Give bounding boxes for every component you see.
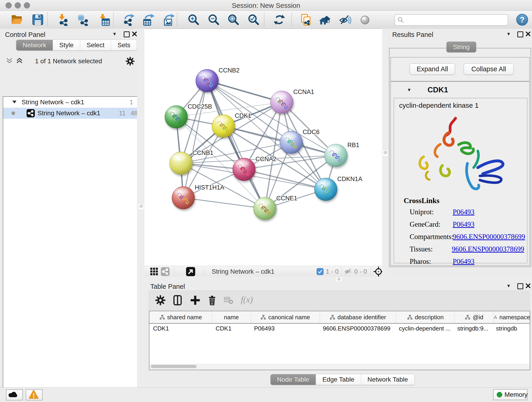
table-row[interactable]: CDK1CDK1P064939606.ENSP00000378699cyclin… [149,324,530,333]
table-panel-close-icon[interactable] [526,283,531,289]
table-cell[interactable]: stringdb:9... [454,324,492,333]
warning-icon [26,390,41,399]
network-node-CCNE1[interactable] [253,197,276,220]
birds-eye-view-button[interactable] [186,267,195,276]
show-columns-icon[interactable] [172,295,183,306]
table-cell[interactable]: cyclin-dependent ... [395,324,454,333]
network-node-CDKN1A[interactable] [314,178,337,201]
fit-content-button[interactable] [227,13,240,26]
cloud-button[interactable] [6,389,23,400]
column-header-database-identifier[interactable]: database identifier [320,311,396,323]
toolbar-separator [47,13,48,26]
open-folder-icon [11,13,23,26]
crosslink-value-link[interactable]: 9606.ENSP00000378699 [453,233,525,241]
network-node-CDK1[interactable] [212,115,235,138]
expand-all-button[interactable]: Expand All [410,64,455,75]
column-header--id[interactable]: @id [455,311,494,323]
zoom-selected-button[interactable] [247,13,260,26]
memory-button[interactable]: Memory [493,389,527,400]
control-panel-float-icon[interactable] [124,32,130,37]
search-input[interactable] [394,14,508,26]
copy-network-button[interactable] [300,13,312,26]
delete-icon[interactable] [207,295,218,306]
left-splitter-handle[interactable] [138,203,144,211]
right-splitter-handle[interactable] [382,149,388,157]
horizontal-splitter-handle[interactable] [335,277,343,282]
import-network-database-button[interactable] [77,13,89,26]
collapse-all-button[interactable]: Collapse All [464,64,514,75]
network-node-CDC25B[interactable] [165,105,188,128]
tab-node-table[interactable]: Node Table [271,374,316,385]
tree-expander-icon[interactable] [12,101,17,103]
open-session-button[interactable] [11,13,23,26]
table-cell[interactable]: CDK1 [149,324,212,333]
tab-select[interactable]: Select [80,40,111,51]
save-session-button[interactable] [32,13,44,26]
crosslink-value-link[interactable]: P06493 [453,220,475,229]
gear-icon[interactable] [155,295,166,306]
column-header-shared-name[interactable]: shared name [149,311,212,323]
table-cell[interactable]: P06493 [250,324,319,333]
network-node-CCNB1[interactable] [170,152,192,175]
tab-edge-table[interactable]: Edge Table [316,374,361,385]
help-button[interactable]: ? [516,13,528,26]
table-cell[interactable]: CDK1 [212,324,250,333]
results-panel-close-icon[interactable] [526,32,531,37]
control-panel-close-icon[interactable] [132,32,137,37]
expand-all-chevron-icon[interactable] [16,58,23,64]
network-node-HIST1H1A[interactable] [172,186,195,209]
network-row-selected[interactable]: String Network – cdk1 11 48 [3,108,137,119]
string-home-button[interactable] [319,13,332,26]
table-panel-collapse-icon[interactable]: ▼ [506,283,511,288]
string-hide-glass-button[interactable] [339,13,351,26]
zoom-in-button[interactable] [187,13,200,26]
network-node-CDC6[interactable] [280,131,303,154]
import-network-file-button[interactable] [57,13,69,26]
table-cell[interactable]: stringdb [492,324,529,333]
network-canvas[interactable]: CCNB2CCNA1CDC25BCDK1CDC6RB1CCNB1CCNA2CDK… [144,29,382,266]
export-table-button[interactable] [143,13,155,26]
export-network-button[interactable] [123,13,135,26]
import-table-button[interactable] [98,13,110,26]
column-header-name[interactable]: name [212,311,251,323]
string-glass-ball-button[interactable] [359,13,371,26]
add-icon[interactable] [190,295,201,306]
selected-checkbox-icon[interactable] [317,268,323,275]
crosslink-value-link[interactable]: P06493 [453,257,475,266]
crosslink-value-link[interactable]: P06493 [453,208,475,216]
network-collection-row[interactable]: String Network – cdk1 1 [3,97,137,108]
column-header-namespace[interactable]: namespace [494,311,530,323]
tab-network[interactable]: Network [16,40,53,51]
network-node-RB1[interactable] [324,144,347,167]
tab-network-table[interactable]: Network Table [361,374,414,385]
warnings-button[interactable] [26,389,43,400]
control-panel-collapse-icon[interactable]: ▼ [112,32,117,37]
share-view-icon[interactable] [161,267,170,276]
results-panel-float-icon[interactable] [517,32,523,37]
export-image-button[interactable] [163,13,175,26]
grid-view-icon[interactable] [150,268,158,275]
table-panel-float-icon[interactable] [517,283,523,289]
results-panel-collapse-icon[interactable]: ▼ [506,32,511,37]
network-node-CCNB2[interactable] [196,69,219,92]
node-label-CCNB2: CCNB2 [219,67,240,74]
tab-style[interactable]: Style [53,40,80,51]
tab-string[interactable]: String [447,42,476,52]
results-panel-title: Results Panel [392,31,433,38]
network-node-CCNA2[interactable] [233,158,255,181]
refresh-button[interactable] [273,13,285,26]
crosslink-value-link[interactable]: 9606.ENSP00000378699 [452,245,524,253]
node-label-CDKN1A: CDKN1A [337,176,362,182]
network-node-CCNA1[interactable] [270,91,293,114]
zoom-out-button[interactable] [208,13,220,26]
scrollbar-thumb[interactable] [151,365,196,368]
column-header-description[interactable]: description [396,311,455,323]
column-header-canonical-name[interactable]: canonical name [251,311,320,323]
collapse-all-chevron-icon[interactable] [6,58,13,64]
hidden-eye-icon[interactable] [344,268,352,275]
table-horizontal-scrollbar[interactable] [149,364,530,370]
entry-expander-icon[interactable]: ▼ [407,87,412,93]
table-cell[interactable]: 9606.ENSP00000378699 [319,324,395,333]
tab-sets[interactable]: Sets [111,40,137,51]
gear-icon[interactable] [126,57,135,66]
